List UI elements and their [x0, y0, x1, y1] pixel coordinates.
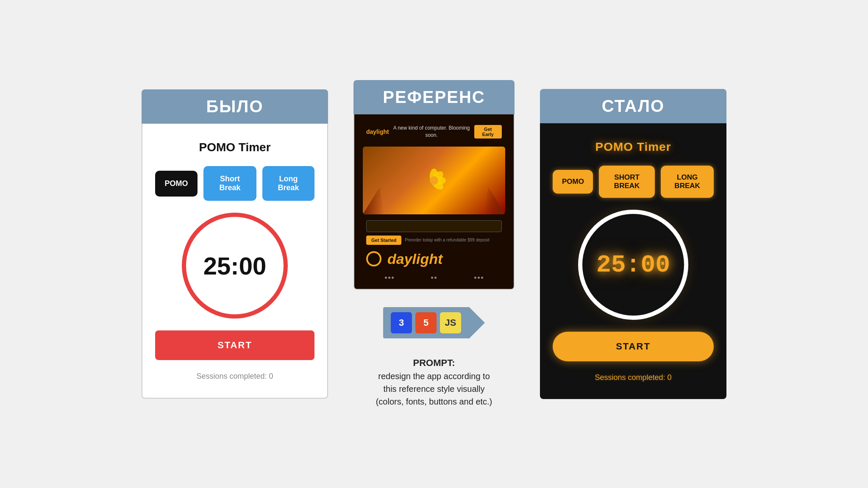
new-sessions-label: Sessions completed: 0 [595, 373, 671, 382]
new-short-break-button[interactable]: SHORT BREAK [599, 166, 655, 198]
arrow-row: 3 5 JS [353, 307, 515, 339]
middle-panel: РЕФЕРЕНС daylight A new kind of computer… [353, 80, 515, 408]
svg-point-4 [430, 176, 438, 185]
prompt-body: redesign the app according tothis refere… [376, 370, 492, 408]
prompt-title: PROMPT: [376, 356, 492, 370]
new-mode-buttons: POMO SHORT BREAK LONG BREAK [553, 166, 714, 198]
daylight-big-logo: daylight [387, 251, 442, 267]
old-pomo-button[interactable]: POMO [155, 171, 198, 197]
dot [474, 277, 476, 279]
new-app-title: POMO Timer [595, 140, 671, 154]
dot-group-1 [385, 277, 394, 279]
daylight-check-label: Preorder today with a refundable $99 dep… [405, 238, 490, 242]
daylight-input [366, 220, 502, 232]
daylight-footer [363, 275, 505, 280]
new-pomo-button[interactable]: POMO [553, 170, 593, 194]
dot [434, 277, 437, 279]
old-sessions-label: Sessions completed: 0 [196, 372, 273, 381]
ref-panel-label: РЕФЕРЕНС [353, 80, 515, 114]
old-timer-display: 25:00 [203, 252, 266, 280]
old-start-button[interactable]: START [155, 330, 314, 360]
dot [431, 277, 433, 279]
hands-right-decoration [484, 147, 505, 214]
daylight-moon-icon [366, 251, 381, 266]
right-panel: СТАЛО POMO Timer POMO SHORT BREAK LONG B… [540, 89, 726, 399]
dot-group-3 [474, 277, 483, 279]
daylight-logo: daylight [366, 128, 389, 135]
daylight-image [363, 147, 505, 214]
main-container: БЫЛО POMO Timer POMO Short Break Long Br… [0, 0, 868, 488]
dot [478, 277, 480, 279]
right-panel-label: СТАЛО [540, 89, 726, 123]
old-timer-circle: 25:00 [182, 213, 288, 319]
left-panel-label: БЫЛО [142, 89, 328, 124]
tech-icons: 3 5 JS [383, 307, 469, 338]
daylight-header: daylight A new kind of computer. Bloomin… [363, 123, 505, 141]
old-long-break-button[interactable]: Long Break [262, 166, 314, 201]
new-timer-circle: 25:00 [578, 210, 688, 320]
old-app-title: POMO Timer [199, 141, 270, 154]
new-app: POMO Timer POMO SHORT BREAK LONG BREAK 2… [540, 123, 726, 399]
daylight-cta-button[interactable]: Get Early [474, 125, 502, 139]
daylight-form-row: Get Started Preorder today with a refund… [366, 236, 502, 245]
daylight-get-started-button[interactable]: Get Started [366, 236, 401, 245]
old-short-break-button[interactable]: Short Break [203, 166, 256, 201]
new-long-break-button[interactable]: LONG BREAK [661, 166, 714, 198]
new-start-button[interactable]: START [553, 332, 714, 361]
js-icon: JS [440, 312, 461, 333]
dot [392, 277, 394, 279]
css-icon: 3 [391, 312, 412, 333]
new-timer-display: 25:00 [596, 251, 670, 279]
flower-icon [417, 164, 451, 197]
old-app: POMO Timer POMO Short Break Long Break 2… [142, 124, 328, 399]
html-icon: 5 [415, 312, 437, 333]
daylight-form: Get Started Preorder today with a refund… [363, 220, 505, 245]
dot-group-2 [431, 277, 437, 279]
hands-left-decoration [363, 147, 384, 214]
dot [388, 277, 390, 279]
daylight-logo-row: daylight [363, 251, 505, 269]
dot [385, 277, 387, 279]
daylight-headline: A new kind of computer. Blooming soon. [389, 125, 474, 139]
ref-panel: РЕФЕРЕНС daylight A new kind of computer… [353, 80, 515, 290]
left-panel: БЫЛО POMO Timer POMO Short Break Long Br… [142, 89, 328, 399]
ref-screenshot: daylight A new kind of computer. Bloomin… [353, 114, 515, 290]
prompt-block: PROMPT: redesign the app according tothi… [376, 356, 492, 408]
dot [481, 277, 483, 279]
old-mode-buttons: POMO Short Break Long Break [155, 166, 314, 201]
arrow-head-icon [469, 307, 485, 339]
